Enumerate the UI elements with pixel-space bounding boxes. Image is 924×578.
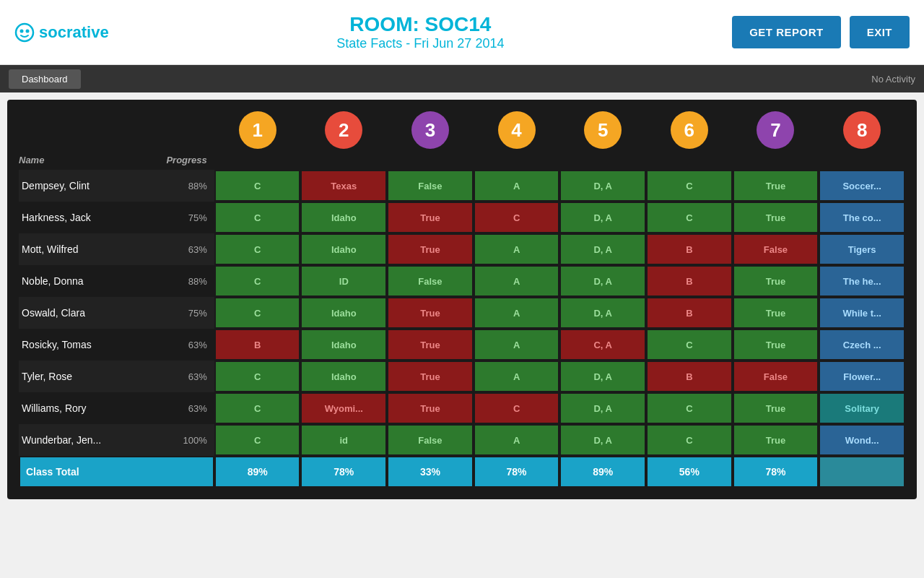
q8-answer: Czech ...	[819, 329, 905, 361]
q6-answer: C	[646, 329, 733, 361]
q3-circle: 3	[411, 111, 449, 149]
student-progress: 63%	[157, 361, 214, 392]
q7-answer: True	[733, 424, 819, 456]
q4-answer: A	[474, 329, 560, 361]
results-table: 1 2 3 4 5 6 7 8 Name Progress Dempsey, C…	[19, 111, 905, 488]
progress-column-header: Progress	[157, 155, 214, 170]
student-progress: 63%	[157, 233, 214, 265]
q4-answer: A	[474, 361, 560, 392]
q8-answer: Tigers	[819, 233, 905, 265]
q7-answer: False	[733, 233, 819, 265]
q7-answer: True	[733, 265, 819, 297]
student-progress: 75%	[157, 202, 214, 233]
q7-circle: 7	[757, 111, 794, 149]
q2-answer: Idaho	[300, 297, 387, 329]
q6-circle: 6	[671, 111, 708, 149]
q3-answer: False	[387, 170, 474, 202]
q2-answer: Wyomi...	[300, 392, 387, 424]
q5-answer: D, A	[559, 424, 646, 456]
q5-answer: D, A	[559, 170, 646, 202]
get-report-button[interactable]: GET REPORT	[732, 16, 841, 48]
room-title: ROOM: SOC14	[336, 13, 504, 36]
q5-circle: 5	[584, 111, 622, 149]
q6-answer: B	[646, 361, 733, 392]
q2-answer: Idaho	[300, 202, 387, 233]
q5-answer: D, A	[559, 202, 646, 233]
svg-point-2	[26, 29, 30, 33]
q7-header: 7	[733, 111, 819, 155]
student-progress: 88%	[157, 265, 214, 297]
header-buttons: GET REPORT EXIT	[732, 16, 910, 48]
q7-answer: False	[733, 361, 819, 392]
no-activity-label: No Activity	[871, 74, 915, 85]
q7-total: 78%	[733, 456, 819, 488]
q8-answer: Soccer...	[819, 170, 905, 202]
table-row: Wunderbar, Jen...100%CidFalseAD, ACTrueW…	[19, 424, 905, 456]
q4-header: 4	[474, 111, 560, 155]
student-name: Harkness, Jack	[19, 202, 157, 233]
q5-answer: D, A	[559, 392, 646, 424]
q1-answer: C	[214, 424, 301, 456]
q5-answer: D, A	[559, 361, 646, 392]
q1-answer: C	[214, 297, 301, 329]
q1-header: 1	[214, 111, 301, 155]
q8-header: 8	[819, 111, 905, 155]
q2-answer: Idaho	[300, 361, 387, 392]
student-progress: 63%	[157, 392, 214, 424]
q3-answer: True	[387, 297, 474, 329]
question-numbers-row: 1 2 3 4 5 6 7 8	[19, 111, 905, 155]
q5-answer: D, A	[559, 265, 646, 297]
q4-total: 78%	[474, 456, 560, 488]
table-row: Williams, Rory63%CWyomi...TrueCD, ACTrue…	[19, 392, 905, 424]
column-labels-row: Name Progress	[19, 155, 905, 170]
q4-answer: A	[474, 233, 560, 265]
q8-answer: The he...	[819, 265, 905, 297]
logo-icon	[14, 22, 35, 43]
q8-answer: Wond...	[819, 424, 905, 456]
q5-answer: D, A	[559, 297, 646, 329]
q2-circle: 2	[325, 111, 362, 149]
q7-answer: True	[733, 297, 819, 329]
q3-header: 3	[387, 111, 474, 155]
student-name: Mott, Wilfred	[19, 233, 157, 265]
table-row: Tyler, Rose63%CIdahoTrueAD, ABFalseFlowe…	[19, 361, 905, 392]
table-row: Harkness, Jack75%CIdahoTrueCD, ACTrueThe…	[19, 202, 905, 233]
q6-answer: C	[646, 170, 733, 202]
student-name: Dempsey, Clint	[19, 170, 157, 202]
q4-answer: A	[474, 265, 560, 297]
table-row: Noble, Donna88%CIDFalseAD, ABTrueThe he.…	[19, 265, 905, 297]
student-name: Rosicky, Tomas	[19, 329, 157, 361]
q1-answer: C	[214, 392, 301, 424]
q7-answer: True	[733, 329, 819, 361]
logo: socrative	[14, 22, 109, 43]
q1-answer: C	[214, 361, 301, 392]
q5-total: 89%	[559, 456, 646, 488]
q4-answer: C	[474, 392, 560, 424]
q1-answer: C	[214, 233, 301, 265]
q6-answer: C	[646, 392, 733, 424]
logo-text: socrative	[39, 23, 109, 42]
q2-answer: id	[300, 424, 387, 456]
student-name: Oswald, Clara	[19, 297, 157, 329]
student-name: Noble, Donna	[19, 265, 157, 297]
dashboard-tab[interactable]: Dashboard	[9, 69, 81, 89]
q1-total: 89%	[214, 456, 301, 488]
q8-answer: While t...	[819, 297, 905, 329]
q1-answer: C	[214, 170, 301, 202]
table-row: Oswald, Clara75%CIdahoTrueAD, ABTrueWhil…	[19, 297, 905, 329]
student-progress: 100%	[157, 424, 214, 456]
q2-answer: Texas	[300, 170, 387, 202]
q5-answer: D, A	[559, 233, 646, 265]
q3-total: 33%	[387, 456, 474, 488]
class-total-row: Class Total89%78%33%78%89%56%78%	[19, 456, 905, 488]
q6-answer: B	[646, 233, 733, 265]
q3-answer: True	[387, 202, 474, 233]
title-block: ROOM: SOC14 State Facts - Fri Jun 27 201…	[336, 13, 504, 51]
exit-button[interactable]: EXIT	[850, 16, 910, 48]
q2-total: 78%	[300, 456, 387, 488]
student-progress: 88%	[157, 170, 214, 202]
student-name: Williams, Rory	[19, 392, 157, 424]
q8-circle: 8	[843, 111, 881, 149]
q7-answer: True	[733, 170, 819, 202]
student-progress: 63%	[157, 329, 214, 361]
